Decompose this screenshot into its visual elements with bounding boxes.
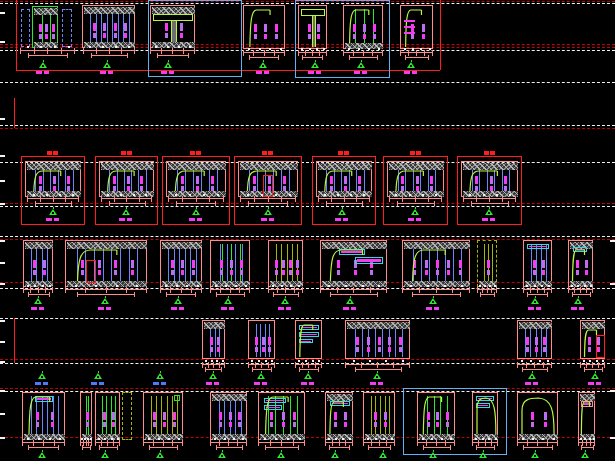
cad-canvas[interactable] <box>0 0 615 461</box>
elevation-panel[interactable] <box>80 392 92 440</box>
section-marker[interactable] <box>484 207 495 223</box>
section-marker[interactable] <box>378 450 389 461</box>
section-marker[interactable] <box>223 296 234 312</box>
elevation-panel[interactable] <box>320 240 387 287</box>
datum-dashed-line[interactable] <box>0 203 615 204</box>
elevation-panel[interactable] <box>387 161 444 197</box>
door-leaf-red[interactable] <box>86 260 96 283</box>
section-marker[interactable] <box>102 60 113 76</box>
datum-dashed-line[interactable] <box>0 128 615 129</box>
elevation-panel[interactable] <box>345 320 410 359</box>
section-marker[interactable] <box>263 207 274 223</box>
elevation-panel[interactable] <box>202 320 225 359</box>
section-marker[interactable] <box>191 207 202 223</box>
elevation-panel[interactable] <box>23 240 53 287</box>
reference-red-line[interactable] <box>14 318 15 363</box>
elevation-panel[interactable] <box>472 392 498 440</box>
section-marker[interactable] <box>345 296 356 312</box>
datum-dashed-line[interactable] <box>0 388 615 389</box>
section-marker[interactable] <box>428 296 439 312</box>
elevation-panel[interactable] <box>523 240 552 287</box>
elevation-panel[interactable] <box>150 5 195 48</box>
elevation-panel[interactable] <box>143 392 183 440</box>
elevation-panel[interactable] <box>210 392 247 440</box>
elevation-panel[interactable] <box>82 5 135 48</box>
elevation-panel[interactable] <box>25 161 81 197</box>
elevation-panel[interactable] <box>343 5 383 49</box>
elevation-panel[interactable] <box>461 161 518 197</box>
section-marker[interactable] <box>356 60 367 76</box>
elevation-panel[interactable] <box>363 392 395 440</box>
section-marker[interactable] <box>93 371 104 387</box>
section-marker[interactable] <box>310 60 321 76</box>
section-marker[interactable] <box>256 371 267 387</box>
door-leaf-red[interactable] <box>596 335 605 358</box>
elevation-panel[interactable] <box>402 240 470 287</box>
reference-red-line[interactable] <box>440 0 441 70</box>
elevation-panel[interactable] <box>62 9 72 47</box>
section-marker[interactable] <box>33 296 44 312</box>
reference-red-line[interactable] <box>14 98 15 128</box>
datum-dashed-line[interactable] <box>0 236 615 237</box>
datum-dashed-line[interactable] <box>0 125 615 126</box>
elevation-panel[interactable] <box>268 240 303 287</box>
section-marker[interactable] <box>580 450 591 461</box>
section-marker[interactable] <box>100 296 111 312</box>
elevation-panel[interactable] <box>248 320 275 359</box>
section-marker[interactable] <box>428 450 439 461</box>
elevation-panel[interactable] <box>99 161 154 197</box>
elevation-panel[interactable] <box>65 240 147 287</box>
elevation-panel[interactable] <box>22 392 65 440</box>
section-marker[interactable] <box>530 450 541 461</box>
elevation-panel[interactable] <box>238 161 298 197</box>
section-marker[interactable] <box>38 60 49 76</box>
elevation-panel[interactable] <box>160 240 202 287</box>
section-marker[interactable] <box>337 207 348 223</box>
section-marker[interactable] <box>155 371 166 387</box>
elevation-panel[interactable] <box>298 5 327 49</box>
elevation-panel[interactable] <box>580 320 605 359</box>
section-marker[interactable] <box>37 450 48 461</box>
section-marker[interactable] <box>478 450 489 461</box>
reference-red-line[interactable] <box>16 0 17 70</box>
elevation-panel[interactable] <box>517 320 552 359</box>
section-marker[interactable] <box>258 60 269 76</box>
section-marker[interactable] <box>208 371 219 387</box>
datum-dashed-line[interactable] <box>0 318 615 319</box>
section-marker[interactable] <box>303 371 314 387</box>
elevation-panel[interactable] <box>295 320 322 359</box>
datum-dashed-line[interactable] <box>0 162 615 163</box>
elevation-panel[interactable] <box>477 240 497 287</box>
datum-dashed-line[interactable] <box>0 82 615 83</box>
section-marker[interactable] <box>163 60 174 76</box>
section-marker[interactable] <box>530 296 541 312</box>
elevation-panel[interactable] <box>400 5 433 49</box>
elevation-panel[interactable] <box>568 240 593 287</box>
section-marker[interactable] <box>37 371 48 387</box>
elevation-panel[interactable] <box>95 392 120 440</box>
elevation-panel[interactable] <box>417 392 455 440</box>
elevation-panel[interactable] <box>122 392 132 440</box>
elevation-panel[interactable] <box>258 392 305 440</box>
elevation-panel[interactable] <box>166 161 226 197</box>
door-leaf-red[interactable] <box>263 175 273 197</box>
elevation-panel[interactable] <box>578 392 595 440</box>
section-marker[interactable] <box>410 207 421 223</box>
section-marker[interactable] <box>330 450 341 461</box>
section-marker[interactable] <box>280 296 291 312</box>
section-marker[interactable] <box>121 207 132 223</box>
elevation-panel[interactable] <box>32 6 58 48</box>
section-marker[interactable] <box>173 296 184 312</box>
section-marker[interactable] <box>217 450 228 461</box>
section-marker[interactable] <box>406 60 417 76</box>
elevation-panel[interactable] <box>243 5 285 49</box>
section-marker[interactable] <box>527 371 538 387</box>
section-marker[interactable] <box>100 450 111 461</box>
section-marker[interactable] <box>372 371 383 387</box>
elevation-panel[interactable] <box>21 9 30 47</box>
section-marker[interactable] <box>48 207 59 223</box>
section-marker[interactable] <box>590 371 601 387</box>
section-marker[interactable] <box>155 450 166 461</box>
elevation-panel[interactable] <box>325 392 353 440</box>
elevation-panel[interactable] <box>210 240 250 287</box>
